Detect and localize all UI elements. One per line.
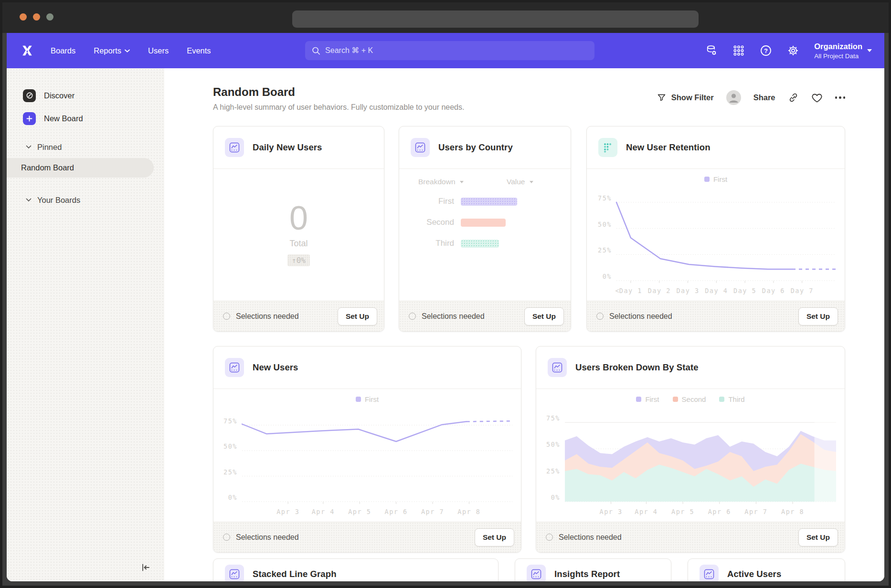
sidebar-item-new-board[interactable]: New Board [7,110,164,126]
set-up-button[interactable]: Set Up [475,528,514,546]
nav-item-events[interactable]: Events [187,46,211,55]
zoom-window-icon[interactable] [46,13,53,21]
card-insights-report: Insights Report [515,558,671,581]
svg-text:Apr 5: Apr 5 [671,508,694,515]
search-bar[interactable] [305,41,594,60]
main-content: Random Board A high-level summary of use… [164,68,884,581]
chart-legend: First [587,175,845,183]
set-up-button[interactable]: Set Up [524,307,564,326]
url-bar[interactable] [292,10,699,28]
line-chart-icon [225,565,244,581]
share-button[interactable]: Share [753,93,775,102]
minimize-window-icon[interactable] [33,13,40,21]
line-chart-icon [548,358,567,377]
nav-item-users[interactable]: Users [148,46,169,55]
discover-icon [23,89,36,102]
svg-text:Apr 7: Apr 7 [744,508,767,515]
plus-icon [23,112,36,125]
nav-right-icons: ? Organization All Project Data [705,33,872,68]
status-text: Selections needed [559,533,622,542]
line-chart-icon [700,565,719,581]
retention-chart: 75%50%25%0%<Day 1Day 2Day 3Day 4Day 5Day… [587,169,845,301]
line-chart-icon [527,565,546,581]
metric-label: Total [289,239,308,249]
svg-text:Apr 8: Apr 8 [781,508,804,515]
copy-link-icon[interactable] [788,92,799,103]
chevron-down-icon [26,145,32,149]
sidebar-section-pinned[interactable]: Pinned [7,141,164,153]
chevron-down-icon [460,181,464,183]
window-frame: Boards Reports Users Events [0,0,891,588]
sidebar-item-random-board[interactable]: Random Board [7,158,154,178]
svg-text:75%: 75% [546,414,560,422]
line-chart-icon [411,138,430,157]
nav-item-boards[interactable]: Boards [51,46,75,55]
table-row: Second [399,218,571,227]
data-management-icon[interactable] [705,44,718,57]
svg-text:Apr 3: Apr 3 [276,508,299,515]
card-stacked-line-graph: Stacked Line Graph [213,558,499,581]
table-row: First [399,197,571,206]
card-title: Users Broken Down By State [575,362,699,373]
svg-text:Apr 6: Apr 6 [385,508,408,515]
search-input[interactable] [325,46,588,55]
nav-item-reports[interactable]: Reports [94,46,130,55]
more-options-icon[interactable] [835,96,846,99]
svg-text:25%: 25% [223,468,237,476]
titlebar [2,2,889,33]
chart-legend: FirstSecondThird [536,395,845,403]
org-switcher[interactable]: Organization All Project Data [814,42,872,60]
cards-row-1: Daily New Users 0 Total ↑0% Selections n… [213,126,845,332]
table-row: Third [399,239,571,248]
help-icon[interactable]: ? [760,44,772,57]
svg-text:Day 7: Day 7 [791,287,814,294]
avatar[interactable] [726,90,741,105]
sidebar: Discover New Board Pinned Random Board [7,68,164,581]
board-actions: Show Filter Share [657,90,845,105]
svg-text:Apr 6: Apr 6 [708,508,731,515]
value-dropdown[interactable]: Value [507,178,533,186]
card-new-users: New Users First 75%50%25%0%Apr 3Apr 4Apr… [213,346,521,553]
card-title: Stacked Line Graph [253,569,337,579]
org-name: Organization [814,42,862,51]
set-up-button[interactable]: Set Up [338,307,377,326]
apps-grid-icon[interactable] [732,44,745,57]
svg-text:Day 4: Day 4 [705,287,728,294]
status-circle-icon [223,313,230,320]
breakdown-dropdown[interactable]: Breakdown [418,178,507,186]
nav-menu: Boards Reports Users Events [51,46,211,55]
chevron-down-icon [867,49,872,52]
chart-legend: First [213,395,521,403]
bar-third [461,240,499,248]
status-circle-icon [596,313,604,320]
sidebar-section-your-boards[interactable]: Your Boards [7,194,164,206]
set-up-button[interactable]: Set Up [798,528,838,546]
line-chart-icon [225,358,244,377]
show-filter-button[interactable]: Show Filter [657,93,714,103]
svg-text:0%: 0% [551,494,560,501]
svg-text:25%: 25% [546,467,560,475]
mixpanel-logo-icon[interactable] [19,42,35,59]
card-active-users: Active Users [688,558,845,581]
favorite-heart-icon[interactable] [811,92,823,104]
svg-text:Apr 4: Apr 4 [312,508,335,515]
svg-text:Apr 8: Apr 8 [457,508,480,515]
sidebar-item-discover[interactable]: Discover [7,87,164,104]
metric-placeholder: 0 Total ↑0% [213,169,384,301]
traffic-lights [20,13,53,21]
delta-badge: ↑0% [287,254,310,266]
settings-gear-icon[interactable] [787,44,799,57]
status-circle-icon [546,534,553,541]
svg-text:Day 3: Day 3 [676,287,699,294]
svg-text:Day 2: Day 2 [648,287,671,294]
filter-icon [657,93,667,103]
card-users-by-country: Users by Country Breakdown Value First [399,126,571,332]
collapse-sidebar-icon[interactable] [139,561,152,574]
svg-text:Day 5: Day 5 [733,287,756,294]
close-window-icon[interactable] [20,13,27,21]
app-window: Boards Reports Users Events [7,33,884,581]
status-text: Selections needed [422,312,485,321]
status-circle-icon [409,313,416,320]
set-up-button[interactable]: Set Up [798,307,838,326]
svg-text:75%: 75% [223,417,237,425]
